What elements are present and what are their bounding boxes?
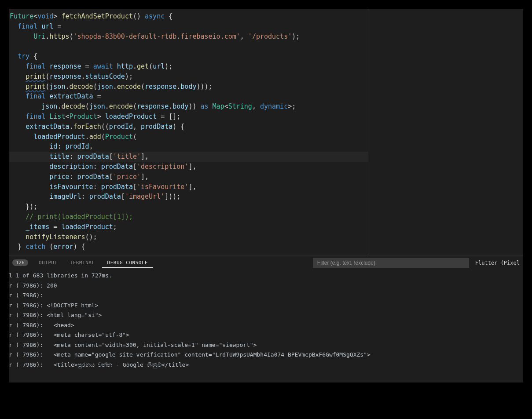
console-line: r ( 7986): <title>පුරනය වන්න - Google ගි… xyxy=(9,360,523,370)
code-line[interactable]: Future<void> fetchAndSetProduct() async … xyxy=(10,11,368,22)
editor-window: Future<void> fetchAndSetProduct() async … xyxy=(9,9,523,383)
code-line[interactable]: final List<Product> loadedProduct = []; xyxy=(10,112,368,122)
code-line[interactable]: }); xyxy=(10,202,368,212)
code-line[interactable]: } catch (error) { xyxy=(10,242,368,252)
code-line[interactable] xyxy=(10,41,368,51)
code-line[interactable]: imageUrl: prodData['imageUrl'])); xyxy=(10,192,368,202)
code-line[interactable]: try { xyxy=(10,51,368,62)
problems-badge[interactable]: 126 xyxy=(12,259,28,266)
console-line: r ( 7986): <!DOCTYPE html> xyxy=(9,301,523,311)
bottom-panel: 126 OUTPUT TERMINAL DEBUG CONSOLE Flutte… xyxy=(9,255,523,383)
device-selector[interactable]: Flutter (Pixel xyxy=(475,260,520,266)
code-line[interactable]: print(response.statusCode); xyxy=(10,72,368,82)
code-line[interactable]: print(json.decode(json.encode(response.b… xyxy=(10,82,368,92)
console-line: r ( 7986): <meta charset="utf-8"> xyxy=(9,330,523,340)
console-line: r ( 7986): <meta name="google-site-verif… xyxy=(9,350,523,360)
code-line[interactable]: json.decode(json.encode(response.body)) … xyxy=(10,102,368,112)
code-line[interactable]: title: prodData['title'], xyxy=(10,152,368,162)
code-line[interactable]: isFavourite: prodData['isFavourite'], xyxy=(10,182,368,192)
editor-area[interactable]: Future<void> fetchAndSetProduct() async … xyxy=(9,9,523,255)
editor-ruler xyxy=(368,9,368,255)
code-line[interactable]: extractData.forEach((prodId, prodData) { xyxy=(10,122,368,132)
tab-terminal[interactable]: TERMINAL xyxy=(65,258,100,267)
code-line[interactable]: final extractData = xyxy=(10,91,368,102)
console-line: r ( 7986): <meta content="width=300, ini… xyxy=(9,340,523,350)
tab-debug-console[interactable]: DEBUG CONSOLE xyxy=(102,258,154,268)
panel-tabs: 126 OUTPUT TERMINAL DEBUG CONSOLE Flutte… xyxy=(9,255,523,270)
debug-console-output[interactable]: l 1 of 683 libraries in 727ms.r ( 7986):… xyxy=(9,270,523,383)
console-line: r ( 7986): <html lang="si"> xyxy=(9,310,523,321)
console-line: l 1 of 683 libraries in 727ms. xyxy=(9,271,523,281)
console-line: r ( 7986): <head> xyxy=(9,321,523,331)
code-pane[interactable]: Future<void> fetchAndSetProduct() async … xyxy=(9,9,368,255)
code-line[interactable]: price: prodData['price'], xyxy=(10,172,368,182)
code-line[interactable]: id: prodId, xyxy=(10,142,368,152)
code-line[interactable]: // print(loadedProduct[1]); xyxy=(10,212,368,222)
code-line[interactable]: final response = await http.get(url); xyxy=(10,62,368,72)
code-line[interactable]: Uri.https('shopda-83b00-default-rtdb.fir… xyxy=(10,32,368,42)
code-line[interactable]: loadedProduct.add(Product( xyxy=(10,132,368,142)
code-line[interactable]: notifyListeners(); xyxy=(10,232,368,242)
code-line[interactable]: description: prodData['description'], xyxy=(10,162,368,172)
code-line[interactable]: _items = loadedProduct; xyxy=(10,222,368,232)
code-line[interactable]: final url = xyxy=(10,22,368,32)
console-filter-input[interactable] xyxy=(313,258,469,268)
tab-output[interactable]: OUTPUT xyxy=(33,258,63,267)
console-line: r ( 7986): 200 xyxy=(9,281,523,291)
console-line: r ( 7986): xyxy=(9,291,523,301)
